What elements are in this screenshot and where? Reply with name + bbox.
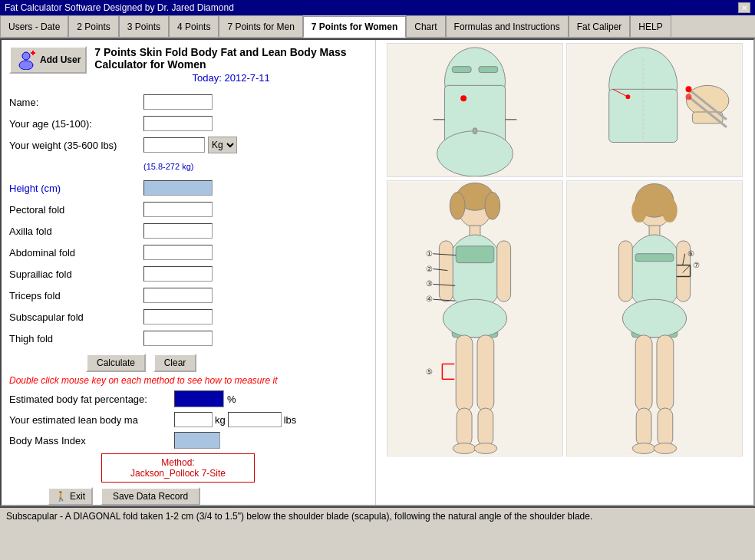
svg-point-65 xyxy=(622,299,686,338)
thigh-input[interactable] xyxy=(143,331,213,346)
height-label: Height (cm) xyxy=(9,183,143,194)
save-data-button[interactable]: Save Data Record xyxy=(101,487,200,505)
body-fat-value xyxy=(174,390,224,407)
svg-point-42 xyxy=(453,443,476,454)
suprailiac-input[interactable] xyxy=(143,266,213,282)
tab-users-date[interactable]: Users - Date xyxy=(0,15,68,37)
left-panel: Add User 7 Points Skin Fold Body Fat and… xyxy=(2,40,376,505)
pectoral-row: Pectoral fold xyxy=(9,200,368,219)
weight-input[interactable] xyxy=(143,137,205,153)
svg-text:③: ③ xyxy=(426,279,433,288)
svg-rect-66 xyxy=(618,241,632,301)
tab-4-points[interactable]: 4 Points xyxy=(169,15,219,37)
abdominal-label: Abdominal fold xyxy=(9,247,143,259)
suprailiac-label: Suprailiac fold xyxy=(9,268,143,280)
kg-label: kg xyxy=(215,414,226,426)
svg-text:②: ② xyxy=(426,265,433,273)
svg-text:⑤: ⑤ xyxy=(426,367,433,376)
tab-2-points[interactable]: 2 Points xyxy=(68,15,118,37)
main-content: Add User 7 Points Skin Fold Body Fat and… xyxy=(0,38,755,506)
exit-icon: 🚶 xyxy=(55,491,67,502)
bmi-label: Body Mass Index xyxy=(9,435,174,446)
svg-point-35 xyxy=(443,299,506,338)
lean-body-row: Your estimated lean body ma kg lbs xyxy=(9,412,368,427)
calculate-button[interactable]: Calculate xyxy=(86,354,146,372)
full-body-front: ① ② ③ ④ ⑤ xyxy=(387,180,563,456)
front-torso-image xyxy=(387,43,563,177)
method-box: Method: Jackson_Pollock 7-Site xyxy=(101,453,255,483)
axilla-input[interactable] xyxy=(143,223,213,239)
tab-chart[interactable]: Chart xyxy=(406,15,445,37)
tab-7-points-men[interactable]: 7 Points for Men xyxy=(219,15,302,37)
weight-note-row: (15.8-272 kg) xyxy=(9,157,368,176)
title-text: Fat Calculator Software Designed by Dr. … xyxy=(5,2,234,13)
status-bar: Subscapular - A DIAGONAL fold taken 1-2 … xyxy=(0,506,755,546)
svg-point-9 xyxy=(437,131,513,176)
exit-button[interactable]: 🚶 Exit xyxy=(48,487,93,505)
triceps-input[interactable] xyxy=(143,288,213,303)
svg-text:①: ① xyxy=(426,249,433,258)
name-row: Name: xyxy=(9,93,368,111)
bottom-buttons-row: 🚶 Exit Save Data Record xyxy=(9,487,368,505)
tab-3-points[interactable]: 3 Points xyxy=(119,15,169,37)
svg-point-29 xyxy=(450,192,465,219)
svg-point-10 xyxy=(460,95,467,101)
svg-point-13 xyxy=(473,128,477,134)
svg-text:⑥: ⑥ xyxy=(687,249,694,258)
instruction-text: Double click mouse key on each method to… xyxy=(9,375,368,386)
clear-button[interactable]: Clear xyxy=(153,354,197,372)
lbs-label: lbs xyxy=(284,414,297,426)
height-row: Height (cm) xyxy=(9,179,368,197)
tab-help[interactable]: HELP xyxy=(630,15,671,37)
title-bar: Fat Calculator Software Designed by Dr. … xyxy=(0,0,755,15)
action-buttons-row: Calculate Clear xyxy=(86,354,368,372)
body-fat-row: Estimated body fat percentage: % xyxy=(9,390,368,407)
svg-point-72 xyxy=(632,443,655,454)
lean-kg-input[interactable] xyxy=(174,412,213,427)
pectoral-label: Pectoral fold xyxy=(9,204,143,216)
add-user-label: Add User xyxy=(40,54,81,65)
age-input[interactable] xyxy=(143,116,213,131)
method-value: Jackson_Pollock 7-Site xyxy=(108,468,248,479)
svg-rect-6 xyxy=(452,67,471,73)
svg-rect-70 xyxy=(636,408,651,446)
svg-rect-69 xyxy=(657,335,674,411)
svg-rect-7 xyxy=(479,67,498,73)
weight-unit-select[interactable]: Kg lbs xyxy=(208,137,237,153)
date-display: Today: 2012-7-11 xyxy=(94,72,368,84)
svg-rect-40 xyxy=(457,408,472,446)
add-user-button[interactable]: Add User xyxy=(9,46,87,74)
svg-point-60 xyxy=(662,198,678,222)
triceps-label: Triceps fold xyxy=(9,290,143,301)
bmi-row: Body Mass Index xyxy=(9,432,368,449)
menu-bar: Users - Date 2 Points 3 Points 4 Points … xyxy=(0,15,755,38)
axilla-row: Axilla fold xyxy=(9,222,368,240)
triceps-row: Triceps fold xyxy=(9,286,368,305)
tab-fat-caliper[interactable]: Fat Caliper xyxy=(569,15,631,37)
weight-row: Your weight (35-600 lbs) Kg lbs xyxy=(9,136,368,154)
svg-rect-39 xyxy=(477,335,494,411)
svg-rect-37 xyxy=(497,241,511,301)
abdominal-input[interactable] xyxy=(143,245,213,260)
weight-note: (15.8-272 kg) xyxy=(143,162,193,171)
lean-body-label: Your estimated lean body ma xyxy=(9,414,174,426)
lean-lbs-input[interactable] xyxy=(228,412,282,427)
pectoral-input[interactable] xyxy=(143,202,213,217)
height-input[interactable] xyxy=(143,180,213,196)
tab-7-points-women[interactable]: 7 Points for Women xyxy=(303,16,406,38)
svg-text:④: ④ xyxy=(426,295,433,303)
svg-point-30 xyxy=(485,192,500,219)
age-row: Your age (15-100): xyxy=(9,114,368,133)
close-button[interactable]: ✕ xyxy=(738,2,750,13)
right-panel: ① ② ③ ④ ⑤ xyxy=(376,40,753,505)
svg-text:⑦: ⑦ xyxy=(693,261,700,269)
svg-rect-68 xyxy=(635,335,652,411)
name-input[interactable] xyxy=(143,94,213,110)
subscapular-row: Subscapular fold xyxy=(9,308,368,326)
svg-point-59 xyxy=(631,198,647,222)
subscapular-input[interactable] xyxy=(143,309,213,324)
axilla-label: Axilla fold xyxy=(9,226,143,237)
tab-formulas[interactable]: Formulas and Instructions xyxy=(446,15,569,37)
subscapular-label: Subscapular fold xyxy=(9,311,143,323)
svg-rect-41 xyxy=(478,408,493,446)
